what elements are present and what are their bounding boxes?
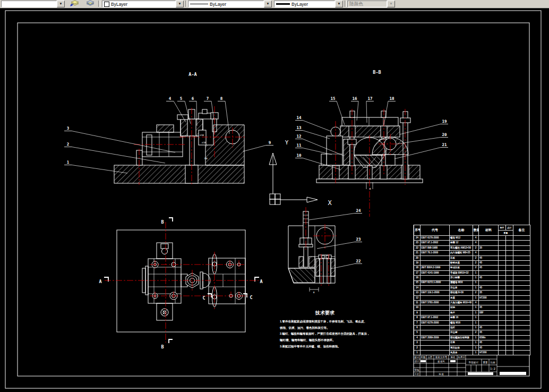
chevron-down-icon: ▼ — [387, 1, 395, 7]
technical-requirements-line: 3.装配过程中零件不允许磕、碰、划伤和锈蚀。 — [280, 344, 378, 350]
color-value: ByLayer — [111, 2, 127, 7]
bom-row: 16开口垫圈145 — [414, 276, 530, 280]
bom-table: 序号代号名称数量材料单件总计备注重量24GB/T 6170-2000螺母 M12… — [414, 225, 530, 355]
svg-text:1: 1 — [67, 160, 70, 165]
linetype-value: ByLayer — [210, 2, 226, 7]
chevron-down-icon[interactable]: ▼ — [335, 1, 343, 7]
svg-text:16: 16 — [352, 96, 357, 101]
bom-row: 10转轴145 — [414, 305, 530, 310]
chevron-down-icon[interactable]: ▼ — [176, 1, 184, 7]
dim-label: M8 — [204, 157, 208, 160]
bom-row: 12支座1HT200 — [414, 295, 530, 300]
svg-text:4: 4 — [169, 96, 171, 101]
axis-label: X — [328, 199, 332, 207]
title-block-label: 审核 — [415, 369, 420, 371]
toolbar-separator — [98, 1, 100, 7]
title-block-label: 标记 — [414, 355, 420, 359]
title-block-label: 分区 — [428, 355, 433, 359]
svg-text:12: 12 — [296, 134, 301, 139]
bom-row: 14定位盘145 — [414, 285, 530, 290]
svg-text:6: 6 — [192, 96, 194, 101]
technical-requirements-line: 1.零件在装配前必须清理和清洗干净，不得有毛刺、飞边、氧化皮、 — [280, 319, 378, 325]
svg-text:7: 7 — [207, 96, 209, 101]
bom-row: 17GB/T 4141-1999手柄球 BM10×321 — [414, 270, 530, 275]
svg-text:11: 11 — [296, 143, 302, 148]
layer-previous-icon — [85, 0, 95, 8]
lineweight-dropdown-field[interactable]: ByLayer — [274, 1, 335, 7]
svg-text:19: 19 — [442, 119, 447, 124]
color-dropdown-field[interactable]: ByLayer — [102, 1, 176, 7]
bom-row: 22GB/T 898-1988双头螺柱 AM12×50235 — [414, 245, 530, 250]
layer-previous-button[interactable] — [82, 0, 97, 7]
bom-row: 11GB/T 5781-2000六角头螺栓 M10×404 — [414, 301, 530, 305]
view-title: B-B — [373, 70, 381, 75]
svg-text:20: 20 — [442, 132, 447, 137]
detail-view-geometry — [288, 211, 335, 292]
linetype-dropdown[interactable]: ByLayer ▼ — [188, 1, 272, 7]
technical-requirements-line: 2.螺钉、螺栓和螺母紧固时，严禁打击或使用不合适的旋具，拧紧后， — [280, 331, 378, 337]
title-block-label: 重量 — [483, 361, 488, 364]
lineweight-sample-icon — [276, 3, 290, 5]
bom-row: 24GB/T 6170-2000螺母 M124 — [414, 236, 530, 241]
section-aa-geometry — [114, 109, 244, 183]
bom-row: 15GB/T 6172.1-2000薄螺母 M161 — [414, 280, 530, 285]
bom-row: 5定位键245 — [414, 330, 530, 335]
bom-row: 23GB/T 97.1-2002垫圈 124 — [414, 241, 530, 245]
layer-dropdown[interactable]: ▼ — [1, 1, 65, 7]
balloon-callout: 9 — [243, 140, 273, 151]
bom-header: 备注 — [513, 225, 530, 236]
bom-header: 序号 — [414, 225, 421, 236]
title-block-label: 批准 — [439, 373, 444, 376]
bom-row: 18JB/T 8004.2-1999移动压板245 — [414, 266, 530, 270]
chevron-down-icon[interactable]: ▼ — [57, 1, 65, 7]
svg-text:10: 10 — [296, 153, 302, 158]
svg-text:21: 21 — [442, 142, 447, 147]
technical-requirements: 技术要求 1.零件在装配前必须清理和清洗干净，不得有毛刺、飞边、氧化皮、锈蚀、切… — [280, 310, 378, 350]
bom-header: 名称 — [450, 225, 473, 236]
color-dropdown[interactable]: ByLayer ▼ — [102, 1, 184, 7]
title-block-label: 更改文件号 — [435, 355, 448, 359]
dim-label: ∅18 — [200, 134, 204, 137]
dim-label: ∅18 — [202, 141, 206, 144]
bom-row: 20压板245 — [414, 255, 530, 260]
view-title: A-A — [188, 72, 196, 77]
bom-header: 总计 — [506, 225, 513, 231]
balloon-callout: 24 — [309, 208, 362, 220]
section-letter: A — [260, 279, 262, 284]
section-letter: C — [250, 295, 252, 300]
svg-text:15: 15 — [330, 96, 335, 101]
toolbar-separator — [185, 1, 187, 7]
svg-text:24: 24 — [356, 208, 361, 213]
dim-label: 8 — [370, 188, 371, 190]
svg-text:5: 5 — [180, 96, 183, 101]
linetype-dropdown-field[interactable]: ByLayer — [188, 1, 264, 7]
svg-text:23: 23 — [356, 237, 361, 242]
title-block-label: 标准化 — [437, 360, 445, 363]
plotstyle-dropdown[interactable]: 随颜色 ▼ — [347, 1, 395, 7]
lineweight-dropdown[interactable]: ByLayer ▼ — [274, 1, 343, 7]
svg-text:3: 3 — [67, 126, 70, 131]
svg-text:8: 8 — [220, 96, 223, 101]
chevron-down-icon[interactable]: ▼ — [264, 1, 272, 7]
bom-header: 数量 — [473, 225, 479, 236]
title-block-label: 设计 — [415, 360, 420, 363]
technical-requirements-line: 螺钉槽、螺母和螺钉、螺栓头部不得损坏。 — [280, 337, 378, 344]
toolbar-separator — [345, 1, 347, 7]
bom-row: 19铰链支座245 — [414, 260, 530, 265]
make-object-layer-current-button[interactable] — [67, 0, 81, 7]
section-letter: B — [161, 344, 164, 350]
bom-header: 代号 — [421, 225, 450, 236]
layer-dropdown-field[interactable] — [1, 1, 57, 7]
section-letter: B — [161, 219, 164, 225]
balloon-callout: 22 — [331, 259, 362, 269]
bom-header: 材料 — [479, 225, 499, 236]
plan-view-centerlines — [105, 222, 259, 343]
dim-label: 8 — [313, 291, 315, 294]
section-letter: C — [202, 295, 205, 301]
svg-text:14: 14 — [296, 115, 302, 120]
bom-header: 重量 — [499, 231, 513, 236]
bom-row: 21GB/T 70.1-2000内六角螺钉 M8×254 — [414, 251, 530, 255]
title-block-label: 比例 — [491, 361, 496, 364]
color-swatch-icon — [104, 2, 109, 7]
svg-text:2: 2 — [67, 142, 70, 147]
